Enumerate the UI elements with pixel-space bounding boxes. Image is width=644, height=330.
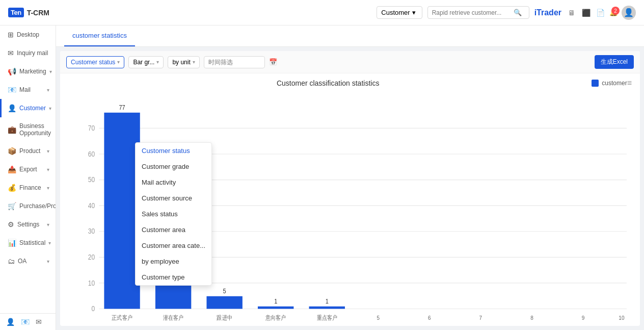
envelope-bottom-icon[interactable]: ✉ xyxy=(36,318,42,326)
bar-3 xyxy=(258,307,293,309)
tab-bar: customer statistics xyxy=(56,26,644,47)
sidebar-item-product[interactable]: 📦 Product ▾ xyxy=(0,142,56,160)
dropdown-item-customer-source[interactable]: Customer source xyxy=(136,190,211,206)
sidebar-item-label: Statistical xyxy=(19,239,45,246)
mail-bottom-icon[interactable]: 📧 xyxy=(21,318,30,326)
calendar-icon[interactable]: 📅 xyxy=(269,58,277,66)
sidebar-item-customer[interactable]: 👤 Customer ▾ xyxy=(0,99,56,117)
customer-dropdown[interactable]: Customer ▾ xyxy=(377,6,422,19)
chart-toolbar: Customer status ▾ Bar gr... ▾ by unit ▾ … xyxy=(60,51,640,73)
monitor-icon[interactable]: 🖥 xyxy=(567,8,577,18)
svg-text:7: 7 xyxy=(479,314,482,321)
sidebar-item-label: Finance xyxy=(19,184,41,191)
chart-header: Customer classification statistics custo… xyxy=(60,73,640,93)
svg-text:1: 1 xyxy=(326,297,329,305)
sidebar-item-desktop[interactable]: ⊞ Desktop xyxy=(0,26,56,44)
dropdown-item-customer-type[interactable]: Customer type xyxy=(136,269,211,285)
chevron-down-icon: ▾ xyxy=(193,59,195,65)
chevron-right-icon: ▾ xyxy=(47,167,49,172)
main-layout: ⊞ Desktop ✉ Inquiry mail 📢 Marketing ▾ 📧… xyxy=(0,26,644,330)
dropdown-item-mail-activity[interactable]: Mail activity xyxy=(136,174,211,190)
search-box[interactable]: 🔍 xyxy=(427,6,529,19)
sidebar-item-purchase-produce[interactable]: 🛒 Purchase/Produce xyxy=(0,197,56,215)
chart-container: Customer status ▾ Bar gr... ▾ by unit ▾ … xyxy=(60,51,640,326)
bar-group-6: 6 xyxy=(428,314,431,321)
topbar: Ten T-CRM Customer ▾ 🔍 iTrader 🖥 ⬛ 📄 🔔 2… xyxy=(0,0,644,26)
sidebar-item-label: Business Opportunity xyxy=(19,122,51,137)
svg-text:40: 40 xyxy=(88,201,95,210)
chevron-right-icon: ▾ xyxy=(49,106,51,111)
sidebar-item-label: Marketing xyxy=(19,68,46,75)
svg-text:潜在客户: 潜在客户 xyxy=(163,314,183,321)
settings-icon: ⚙ xyxy=(8,220,14,229)
status-dropdown-menu: Customer status Customer grade Mail acti… xyxy=(135,142,212,286)
sidebar-item-settings[interactable]: ⚙ Settings ▾ xyxy=(0,215,56,234)
tab-customer-statistics[interactable]: customer statistics xyxy=(64,26,135,46)
sidebar-item-statistical[interactable]: 📊 Statistical ▾ xyxy=(0,234,56,252)
inquiry-mail-icon: ✉ xyxy=(8,49,14,57)
user-bottom-icon[interactable]: 👤 xyxy=(6,318,15,326)
svg-text:6: 6 xyxy=(428,314,431,321)
svg-text:10: 10 xyxy=(88,279,95,287)
chevron-right-icon: ▾ xyxy=(48,240,51,246)
sidebar-item-label: Mail xyxy=(19,86,31,93)
chart-type-dropdown[interactable]: Bar gr... ▾ xyxy=(128,56,164,68)
sidebar-item-finance[interactable]: 💰 Finance ▾ xyxy=(0,179,56,197)
sidebar-item-inquiry-mail[interactable]: ✉ Inquiry mail xyxy=(0,44,56,62)
logo-text: T-CRM xyxy=(27,9,49,17)
chevron-right-icon: ▾ xyxy=(47,259,49,264)
svg-text:8: 8 xyxy=(530,314,533,321)
finance-icon: 💰 xyxy=(8,184,16,192)
svg-text:1: 1 xyxy=(274,297,277,305)
status-dropdown[interactable]: Customer status ▾ xyxy=(66,56,124,68)
sidebar-item-label: OA xyxy=(18,258,26,265)
dropdown-item-sales-status[interactable]: Sales status xyxy=(136,206,211,222)
sidebar-item-label: Product xyxy=(19,147,40,155)
itrader-logo: iTrader xyxy=(534,8,561,17)
logo: Ten T-CRM xyxy=(8,8,49,17)
marketing-icon: 📢 xyxy=(8,67,16,75)
avatar[interactable]: 👤 xyxy=(622,6,636,20)
business-icon: 💼 xyxy=(8,125,16,134)
svg-text:9: 9 xyxy=(582,314,585,321)
sidebar-item-label: Export xyxy=(19,166,37,173)
chart-menu-icon[interactable]: ≡ xyxy=(627,79,632,88)
bar-group-8: 8 xyxy=(530,314,533,321)
oa-icon: 🗂 xyxy=(8,257,15,265)
date-filter-input[interactable] xyxy=(204,56,265,68)
search-input[interactable] xyxy=(432,9,514,16)
sidebar-item-oa[interactable]: 🗂 OA ▾ xyxy=(0,252,56,270)
chevron-down-icon: ▾ xyxy=(412,9,416,16)
dropdown-item-customer-status[interactable]: Customer status xyxy=(136,143,211,159)
sidebar-item-export[interactable]: 📤 Export ▾ xyxy=(0,160,56,179)
legend-label: customer xyxy=(602,80,627,87)
dropdown-item-customer-area[interactable]: Customer area xyxy=(136,222,211,238)
logo-icon: Ten xyxy=(8,8,24,17)
svg-text:5: 5 xyxy=(223,287,226,295)
notification-badge: 2 xyxy=(611,7,620,15)
dropdown-item-customer-area-cat[interactable]: Customer area cate... xyxy=(136,238,211,253)
topbar-right: Customer ▾ 🔍 iTrader 🖥 ⬛ 📄 🔔 2 👤 xyxy=(377,6,636,20)
sidebar-item-business-opportunity[interactable]: 💼 Business Opportunity xyxy=(0,117,56,142)
svg-text:70: 70 xyxy=(88,124,95,132)
svg-text:10: 10 xyxy=(619,314,624,321)
chevron-right-icon: ▾ xyxy=(47,185,49,191)
notification-icon[interactable]: 🔔 2 xyxy=(609,9,618,16)
svg-text:0: 0 xyxy=(92,304,95,313)
sidebar-item-marketing[interactable]: 📢 Marketing ▾ xyxy=(0,62,56,81)
bar-group-7: 7 xyxy=(479,314,482,321)
dropdown-item-customer-grade[interactable]: Customer grade xyxy=(136,159,211,174)
purchase-icon: 🛒 xyxy=(8,202,16,210)
topbar-icons: 🖥 ⬛ 📄 🔔 2 👤 xyxy=(567,6,636,20)
chart-title: Customer classification statistics xyxy=(68,79,587,87)
svg-text:30: 30 xyxy=(88,227,95,236)
qr-icon[interactable]: ⬛ xyxy=(581,8,591,18)
sidebar-item-mail[interactable]: 📧 Mail ▾ xyxy=(0,81,56,99)
chevron-right-icon: ▾ xyxy=(47,87,49,93)
unit-dropdown[interactable]: by unit ▾ xyxy=(168,56,199,68)
dropdown-item-by-employee[interactable]: by employee xyxy=(136,253,211,269)
bar-group-9: 9 xyxy=(582,314,585,321)
excel-button[interactable]: 生成Excel xyxy=(595,55,634,69)
sidebar: ⊞ Desktop ✉ Inquiry mail 📢 Marketing ▾ 📧… xyxy=(0,26,56,330)
doc-icon[interactable]: 📄 xyxy=(595,8,605,18)
